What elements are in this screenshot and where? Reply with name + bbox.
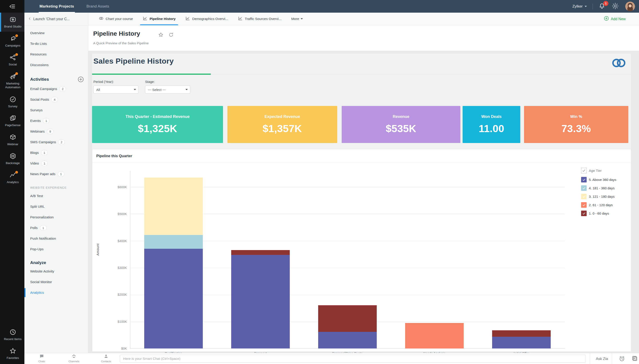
bar-segment-needs-analysis-2-61-120-days[interactable] [405,323,464,348]
sidebar-item-social-monitor[interactable]: Social Monitor [25,277,88,287]
sticky-notes-button[interactable] [631,355,638,362]
notifications-button[interactable]: 1 [599,3,606,10]
tab-pipeline-history[interactable]: Pipeline History [143,13,175,25]
topnav-brand-assets[interactable]: Brand Assets [80,0,116,13]
bar-segment-prospect-1-0-60-days[interactable] [231,250,290,255]
sidebar-item-polls[interactable]: Polls 1 [25,222,88,233]
sidebar-item-a-b-test[interactable]: A/B Test [25,191,88,201]
favorite-star-button[interactable] [158,32,164,38]
chat-icon [39,354,44,360]
org-switcher[interactable]: Zylker [572,4,587,9]
footer-contacts-button[interactable]: Contacts [93,354,119,363]
plus-circle-icon [604,16,611,22]
bar-segment-proposal-price-quote-5-above-360-days[interactable] [318,332,377,348]
sidebar-item-webinars[interactable]: Webinars 9 [25,126,88,137]
legend-group-toggle[interactable]: Age Tier [581,168,630,173]
bar-segment-qualification-5-above-360-days[interactable] [144,249,203,348]
smart-chat-input[interactable]: Here is your Smart Chat (Ctrl+Space) [120,355,586,363]
main-area: Chart your course Pipeline History Demog… [88,13,639,353]
rail-item-favorites[interactable]: Favorites [0,344,25,363]
sidebar-item-split-url[interactable]: Split URL [25,201,88,212]
checkbox-checked-icon [581,168,587,173]
rail-item-survey[interactable]: Survey [0,92,25,112]
rail-item-recent-items[interactable]: Recent Items [0,325,25,344]
settings-button[interactable] [612,3,619,10]
kpi-card-this-quarter-estimated-revenue: This Quarter - Estimated Revenue $1,325K [92,106,223,143]
tab-chart-your-course[interactable]: Chart your course [99,13,133,25]
bar-segment-initial-offer-5-above-360-days[interactable] [492,337,551,348]
notification-dot [15,171,18,174]
app-rail: Brand Studio Campaigns Social Marketing … [0,13,25,364]
social-icon [9,54,17,61]
reminders-button[interactable] [618,355,625,362]
sidebar-item-blogs[interactable]: Blogs 1 [25,148,88,158]
rail-item-brand-studio[interactable]: Brand Studio [0,13,25,32]
sidebar-item-surveys[interactable]: Surveys [25,105,88,116]
rail-item-social[interactable]: Social [0,50,25,70]
user-avatar[interactable] [625,2,635,11]
legend-item-2-61-120-days[interactable]: 2. 61 - 120 days [581,202,630,208]
rail-item-pagesense[interactable]: PageSense [0,111,25,130]
report-card: Sales Pipeline History Period (Year): Al… [92,54,631,352]
y-axis-line [130,171,130,348]
rail-item-marketing-automation[interactable]: Marketing Automation [0,70,25,92]
sidebar-item-pop-ups[interactable]: Pop-Ups [25,244,88,254]
bar-segment-qualification-3-121-180-days[interactable] [144,178,203,235]
topnav-marketing-projects[interactable]: Marketing Projects [33,0,80,13]
stage-select[interactable]: --- Select --- [145,86,190,94]
pagesense-icon [9,114,17,122]
legend-item-1-0-60-days[interactable]: 1. 0 - 60 days [581,210,630,216]
sidebar-item-website-activity[interactable]: Website Activity [25,266,88,277]
sidebar-item-to-do-lists[interactable]: To-do Lists [25,38,88,49]
legend-item-3-121-180-days[interactable]: 3. 121 - 180 days [581,194,630,199]
sidebar-item-analytics[interactable]: Analytics [25,287,88,298]
sidebar-item-push-notification[interactable]: Push Notification [25,233,88,244]
sidebar-item-sms-campaigns[interactable]: SMS Campaigns 2 [25,137,88,148]
sidebar-item-overview[interactable]: Overview [25,28,88,38]
tab-more[interactable]: More [291,13,303,25]
chart-legend: Age Tier 5. Above 360 days 4. 181 - 360 … [581,168,630,219]
bar-segment-initial-offer-1-0-60-days[interactable] [492,330,551,337]
rail-item-analytics[interactable]: Analytics [0,168,25,187]
sidebar-item-resources[interactable]: Resources [25,49,88,60]
filter-period-year: Period (Year): All [93,80,145,94]
rail-item-webinar[interactable]: Webinar [0,130,25,150]
chevron-down-icon [185,89,188,90]
bar-segment-prospect-5-above-360-days[interactable] [231,255,290,348]
legend-item-5-above-360-days[interactable]: 5. Above 360 days [581,177,630,182]
sidebar-item-personalization[interactable]: Personalization [25,212,88,222]
backstage-icon [9,152,17,160]
hamburger-menu-icon[interactable] [0,0,25,13]
bar-segment-qualification-4-181-360-days[interactable] [144,235,203,249]
footer-chats-button[interactable]: Chats [29,354,55,363]
count-badge: 1 [40,225,47,230]
sidebar-item-events[interactable]: Events 1 [25,116,88,126]
divider [590,353,590,364]
period-year-select[interactable]: All [93,86,138,94]
rail-item-campaigns[interactable]: Campaigns [0,32,25,51]
legend-item-4-181-360-days[interactable]: 4. 181 - 360 days [581,185,630,191]
sidebar-item-email-campaigns[interactable]: Email Campaigns 2 [25,84,88,94]
project-sidebar: Launch 'Chart your C... Overview To-do L… [25,13,88,353]
footer-channels-button[interactable]: Channels [61,354,87,363]
add-new-button[interactable]: Add New [604,13,626,25]
add-activity-button[interactable] [77,76,84,83]
bar-segment-proposal-price-quote-1-0-60-days[interactable] [318,305,377,332]
sidebar-back-link[interactable]: Launch 'Chart your C... [25,13,88,26]
count-badge: 1 [43,118,50,124]
kpi-card-revenue: Revenue $535K [342,106,460,143]
rail-item-backstage[interactable]: Backstage [0,149,25,168]
ask-zia-button[interactable]: Ask Zia [592,353,611,364]
tab-traffic-sources-overvi[interactable]: Traffic Sources Overvi... [238,13,281,25]
refresh-button[interactable] [168,32,174,38]
chart-icon [238,16,245,22]
sidebar-item-social-posts[interactable]: Social Posts 4 [25,94,88,105]
top-bar: Marketing ProjectsBrand Assets Zylker 1 [0,0,639,13]
sidebar-item-discussions[interactable]: Discussions [25,60,88,70]
sidebar-item-video[interactable]: Video 1 [25,158,88,169]
sidebar-item-news-paper-ads[interactable]: News Paper ads 1 [25,169,88,179]
divider [593,4,593,9]
footer-bar: Chats Channels Contacts Here is your Sma… [25,353,639,364]
tab-demographics-overvi[interactable]: Demographics Overvi... [185,13,228,25]
kpi-card-won-deals: Won Deals 11.00 [463,106,520,143]
